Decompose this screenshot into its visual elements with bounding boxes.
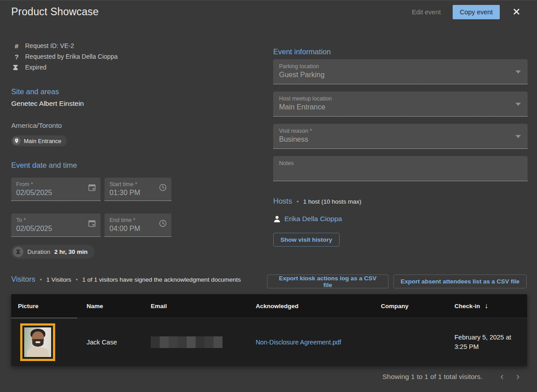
- start-time-field[interactable]: Start time * 01:30 PM: [105, 178, 171, 201]
- area-badge: Main Entrance: [11, 135, 67, 146]
- host-item[interactable]: Erika Della Cioppa: [273, 215, 342, 223]
- end-time-label: End time *: [109, 217, 166, 223]
- acknowledged-document-link[interactable]: Non-Disclosure Agreement.pdf: [256, 339, 341, 346]
- question-icon: ?: [13, 53, 21, 61]
- hosts-section-header: Hosts • 1 host (10 hosts max): [273, 197, 362, 205]
- bullet-separator: •: [297, 198, 299, 205]
- visitors-count-text: 1 Visitors: [46, 276, 71, 283]
- start-time-value: 01:30 PM: [109, 189, 166, 197]
- host-meetup-select[interactable]: Host meetup location Main Entrance: [273, 91, 528, 117]
- column-header-checkin[interactable]: Check-in ↓: [448, 302, 527, 310]
- notes-field[interactable]: Notes: [273, 156, 528, 181]
- edit-event-button[interactable]: Edit event: [412, 9, 441, 16]
- visitors-heading: Visitors: [11, 275, 35, 283]
- start-time-label: Start time *: [109, 181, 166, 187]
- visitor-photo[interactable]: [20, 323, 55, 361]
- chevron-down-icon: [515, 103, 521, 106]
- redacted-email: [151, 336, 223, 348]
- duration-value: 2 hr, 30 min: [54, 248, 87, 255]
- next-page-icon[interactable]: ›: [510, 371, 526, 383]
- requested-by-text: Requested by Erika Della Cioppa: [25, 53, 118, 60]
- end-time-field[interactable]: End time * 04:00 PM: [105, 213, 171, 237]
- location-pin-icon: [13, 137, 21, 145]
- show-visit-history-button[interactable]: Show visit history: [273, 233, 340, 247]
- event-details-dialog: Product Showcase Edit event Copy event ✕…: [0, 0, 537, 392]
- visit-reason-label: Visit reason *: [279, 128, 522, 134]
- duration-label: Duration: [27, 248, 50, 255]
- request-id-row: # Request ID: VE-2: [13, 41, 118, 50]
- copy-event-button[interactable]: Copy event: [453, 5, 500, 19]
- area-badge-label: Main Entrance: [24, 138, 61, 144]
- host-name-link[interactable]: Erika Della Cioppa: [284, 215, 342, 223]
- column-header-picture[interactable]: Picture: [11, 303, 80, 309]
- export-kiosk-log-button[interactable]: Export kiosk actions log as a CSV file: [267, 274, 389, 288]
- visitors-section-header: Visitors • 1 Visitors • 1 of 1 visitors …: [11, 275, 241, 283]
- event-info-heading: Event information: [273, 48, 331, 56]
- calendar-icon[interactable]: [88, 183, 96, 192]
- request-meta: # Request ID: VE-2 ? Requested by Erika …: [13, 41, 118, 72]
- checkin-header-label: Check-in: [454, 303, 480, 309]
- export-absent-list-button[interactable]: Export absent attendees list as a CSV fi…: [393, 274, 527, 288]
- request-id-text: Request ID: VE-2: [25, 42, 74, 49]
- photo-shirt-shape: [27, 347, 49, 357]
- status-row: Expired: [13, 63, 118, 72]
- duration-badge: Duration 2 hr, 30 min: [11, 245, 95, 259]
- chevron-down-icon: [515, 135, 521, 138]
- parking-location-label: Parking location: [279, 63, 522, 70]
- status-text: Expired: [25, 64, 46, 71]
- to-date-field[interactable]: To * 02/05/2025: [11, 213, 100, 237]
- visitors-table-header: Picture Name Email Acknowledged Company …: [11, 294, 527, 318]
- person-icon: [273, 215, 281, 223]
- calendar-icon[interactable]: [88, 219, 96, 227]
- email-cell: [144, 336, 249, 348]
- from-label: From *: [16, 181, 96, 187]
- hourglass-icon: [13, 64, 21, 71]
- site-name: Genetec Albert Einstein: [11, 100, 84, 108]
- from-date-field[interactable]: From * 02/05/2025: [11, 178, 100, 201]
- pagination-summary: Showing 1 to 1 of 1 total visitors.: [382, 373, 482, 381]
- visitors-table: Picture Name Email Acknowledged Company …: [11, 294, 527, 366]
- to-label: To *: [16, 217, 96, 223]
- previous-page-icon[interactable]: ‹: [494, 371, 510, 383]
- acknowledged-cell: Non-Disclosure Agreement.pdf: [249, 339, 374, 346]
- bullet-separator: •: [76, 276, 78, 283]
- table-footer: Showing 1 to 1 of 1 total visitors. ‹ ›: [0, 371, 526, 383]
- column-header-company[interactable]: Company: [374, 303, 448, 309]
- hosts-heading: Hosts: [273, 197, 292, 205]
- clock-icon[interactable]: [159, 219, 167, 227]
- sort-descending-icon[interactable]: ↓: [485, 302, 488, 310]
- column-header-email[interactable]: Email: [144, 303, 249, 309]
- site-areas-heading: Site and areas: [11, 87, 59, 96]
- visitor-photo-image: [24, 327, 51, 357]
- from-value: 02/05/2025: [16, 189, 96, 197]
- page-title: Product Showcase: [11, 6, 99, 18]
- host-meetup-value: Main Entrance: [279, 103, 522, 111]
- visit-reason-value: Business: [279, 135, 522, 144]
- visit-reason-select[interactable]: Visit reason * Business: [273, 124, 528, 149]
- bullet-separator: •: [40, 276, 42, 283]
- parking-location-value: Guest Parking: [279, 71, 522, 79]
- column-header-acknowledged[interactable]: Acknowledged: [249, 303, 374, 309]
- chevron-down-icon: [515, 70, 521, 74]
- to-value: 02/05/2025: [16, 225, 96, 233]
- photo-mouth-shape: [35, 341, 40, 343]
- requested-by-row: ? Requested by Erika Della Cioppa: [13, 52, 118, 61]
- site-timezone: America/Toronto: [11, 122, 62, 130]
- parking-location-select[interactable]: Parking location Guest Parking: [273, 59, 528, 84]
- hash-icon: #: [13, 42, 21, 50]
- close-icon[interactable]: ✕: [512, 5, 520, 19]
- hourglass-icon: [13, 247, 23, 257]
- column-header-name[interactable]: Name: [80, 303, 144, 309]
- name-cell: Jack Case: [80, 339, 144, 346]
- checkin-cell: February 5, 2025 at 3:25 PM: [448, 333, 527, 352]
- hosts-count-text: 1 host (10 hosts max): [303, 198, 362, 205]
- host-meetup-label: Host meetup location: [279, 96, 522, 102]
- picture-cell: [11, 323, 80, 361]
- notes-placeholder: Notes: [279, 160, 522, 166]
- end-time-value: 04:00 PM: [109, 225, 166, 233]
- visitors-signed-text: 1 of 1 visitors have signed the acknowle…: [82, 276, 240, 283]
- clock-icon[interactable]: [159, 183, 167, 192]
- visitor-row[interactable]: Jack Case Non-Disclosure Agreement.pdf F…: [11, 318, 527, 366]
- event-datetime-heading: Event date and time: [11, 161, 77, 170]
- checkin-value: February 5, 2025 at 3:25 PM: [454, 333, 524, 352]
